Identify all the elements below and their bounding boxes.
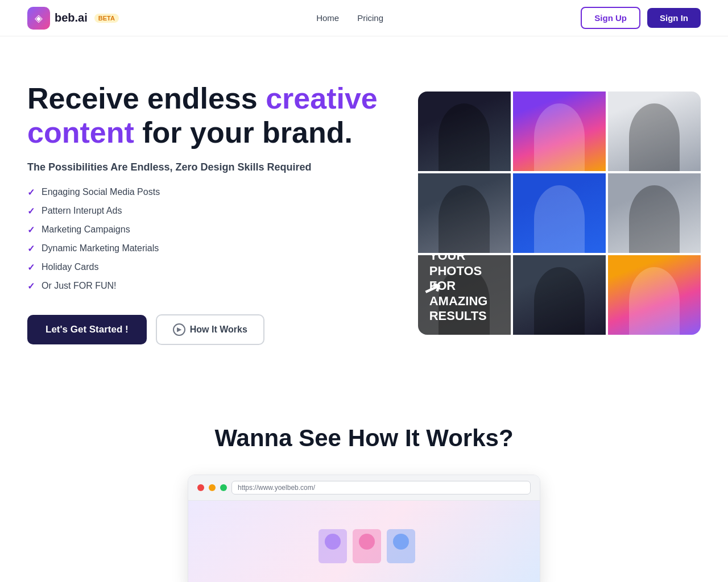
image-grid: ↗ JUST UPLOAD YOUR PHOTOS FOR AMAZING RE… bbox=[418, 92, 701, 335]
hero-title: Receive endless creative content for you… bbox=[27, 82, 398, 150]
list-item: ✓Holiday Cards bbox=[27, 262, 398, 273]
checkmark-icon: ✓ bbox=[27, 281, 35, 292]
how-it-works-label: How It Works bbox=[190, 325, 247, 335]
checkmark-icon: ✓ bbox=[27, 206, 35, 217]
hero-buttons: Let's Get Started ! ▶ How It Works bbox=[27, 314, 398, 345]
grid-image-8 bbox=[513, 255, 606, 335]
browser-dot-yellow bbox=[209, 484, 216, 491]
svg-point-5 bbox=[393, 534, 409, 550]
hero-subtitle: The Possibilities Are Endless, Zero Desi… bbox=[27, 161, 398, 173]
browser-url: https://www.yoelbeb.com/ bbox=[231, 481, 531, 494]
section-how-title: Wanna See How It Works? bbox=[27, 425, 701, 452]
svg-point-3 bbox=[325, 534, 341, 550]
checkmark-icon: ✓ bbox=[27, 225, 35, 235]
grid-image-1 bbox=[418, 92, 511, 171]
browser-content-illustration bbox=[313, 523, 415, 569]
list-item: ✓Marketing Campaigns bbox=[27, 225, 398, 235]
hero-image: ↗ JUST UPLOAD YOUR PHOTOS FOR AMAZING RE… bbox=[418, 92, 701, 335]
browser-bar: https://www.yoelbeb.com/ bbox=[188, 475, 540, 501]
grid-image-7: ↗ JUST UPLOAD YOUR PHOTOS FOR AMAZING RE… bbox=[418, 255, 511, 335]
logo-text: beb.ai bbox=[55, 11, 88, 24]
nav-home[interactable]: Home bbox=[316, 13, 339, 23]
checkmark-icon: ✓ bbox=[27, 187, 35, 198]
browser-dot-red bbox=[197, 484, 204, 491]
grid-image-5 bbox=[513, 173, 606, 253]
browser-content bbox=[188, 501, 540, 582]
navbar: ◈ beb.ai BETA Home Pricing Sign Up Sign … bbox=[0, 0, 728, 36]
browser-dot-green bbox=[220, 484, 227, 491]
logo[interactable]: ◈ beb.ai BETA bbox=[27, 7, 119, 30]
get-started-button[interactable]: Let's Get Started ! bbox=[27, 315, 147, 344]
browser-mock: https://www.yoelbeb.com/ bbox=[188, 475, 540, 582]
svg-point-4 bbox=[359, 534, 375, 550]
grid-image-4 bbox=[418, 173, 511, 253]
list-item: ✓Dynamic Marketing Materials bbox=[27, 243, 398, 254]
hero-content: Receive endless creative content for you… bbox=[27, 82, 398, 345]
play-icon: ▶ bbox=[173, 323, 185, 336]
list-item: ✓Engaging Social Media Posts bbox=[27, 187, 398, 198]
grid-image-6 bbox=[608, 173, 701, 253]
hero-title-start: Receive endless bbox=[27, 82, 266, 115]
hero-section: Receive endless creative content for you… bbox=[0, 36, 728, 379]
nav-actions: Sign Up Sign In bbox=[581, 7, 701, 29]
beta-badge: BETA bbox=[94, 14, 119, 23]
grid-image-3 bbox=[608, 92, 701, 171]
checkmark-icon: ✓ bbox=[27, 243, 35, 254]
how-it-works-section: Wanna See How It Works? https://www.yoel… bbox=[0, 379, 728, 582]
grid-image-9 bbox=[608, 255, 701, 335]
grid-image-2 bbox=[513, 92, 606, 171]
nav-pricing[interactable]: Pricing bbox=[357, 13, 383, 23]
hero-title-end: for your brand. bbox=[134, 116, 353, 149]
image-overlay: ↗ JUST UPLOAD YOUR PHOTOS FOR AMAZING RE… bbox=[418, 255, 511, 335]
checkmark-icon: ✓ bbox=[27, 262, 35, 273]
signup-button[interactable]: Sign Up bbox=[581, 7, 640, 29]
nav-links: Home Pricing bbox=[316, 13, 383, 23]
how-it-works-button[interactable]: ▶ How It Works bbox=[156, 314, 264, 345]
signin-button[interactable]: Sign In bbox=[647, 8, 701, 28]
list-item: ✓Or Just FOR FUN! bbox=[27, 281, 398, 292]
list-item: ✓Pattern Interupt Ads bbox=[27, 206, 398, 217]
logo-icon: ◈ bbox=[27, 7, 50, 30]
hero-features: ✓Engaging Social Media Posts ✓Pattern In… bbox=[27, 187, 398, 292]
